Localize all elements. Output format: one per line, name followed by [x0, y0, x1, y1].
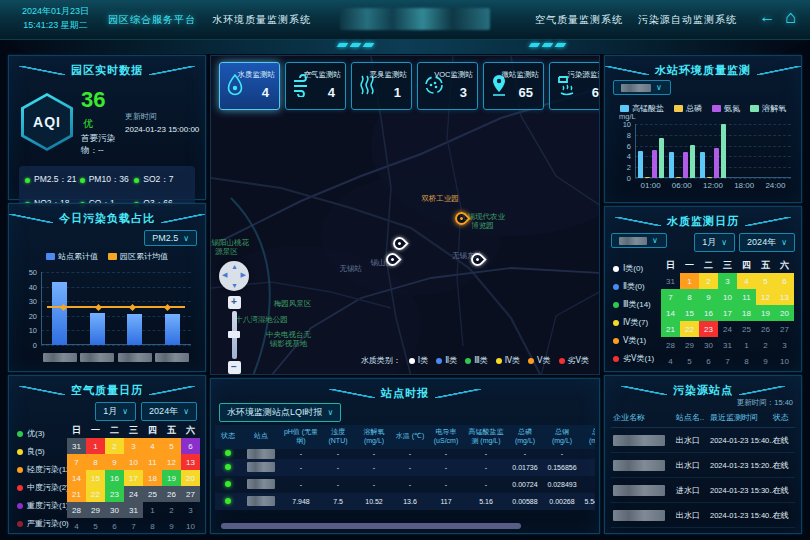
calendar-day[interactable]: 27 — [775, 321, 794, 337]
calendar-day[interactable]: 13 — [181, 454, 200, 470]
calendar-day[interactable]: 6 — [775, 273, 794, 289]
pollution-station-row[interactable]: 出水口 2024-01-23 15:40... 在线 — [611, 503, 795, 528]
calendar-day[interactable]: 7 — [124, 518, 143, 534]
station-filter-pin[interactable]: 微站监测站 65 — [483, 62, 544, 110]
calendar-day[interactable]: 6 — [105, 518, 124, 534]
pollution-station-row[interactable]: 进水口 2024-01-23 15:30... 在线 — [611, 478, 795, 503]
calendar-day[interactable]: 30 — [105, 502, 124, 518]
pollutant-selector[interactable]: PM2.5∨ — [144, 230, 197, 246]
calendar-day[interactable]: 8 — [737, 353, 756, 369]
calendar-day[interactable]: 16 — [105, 470, 124, 486]
back-icon[interactable]: ← — [759, 9, 775, 25]
station-filter-discharge[interactable]: 污染源监测 6 — [549, 62, 600, 110]
report-row[interactable]: ------0.017360.156856-- — [215, 459, 595, 476]
calendar-day[interactable]: 17 — [124, 470, 143, 486]
report-row[interactable]: ------0.007240.028493-- — [215, 476, 595, 493]
calendar-day[interactable]: 25 — [143, 486, 162, 502]
calendar-day[interactable]: 8 — [143, 518, 162, 534]
calendar-day[interactable]: 11 — [737, 289, 756, 305]
calendar-day[interactable]: 21 — [67, 486, 86, 502]
calendar-day[interactable]: 23 — [699, 321, 718, 337]
calendar-day[interactable]: 1 — [143, 502, 162, 518]
zoom-in-button[interactable]: + — [228, 296, 241, 309]
calendar-day[interactable]: 20 — [181, 470, 200, 486]
calendar-day[interactable]: 28 — [67, 502, 86, 518]
calendar-day[interactable]: 3 — [775, 337, 794, 353]
calendar-day[interactable]: 1 — [86, 438, 105, 454]
calendar-day[interactable]: 31 — [124, 502, 143, 518]
calendar-day[interactable]: 9 — [162, 518, 181, 534]
calendar-day[interactable]: 7 — [718, 353, 737, 369]
calendar-day[interactable]: 4 — [143, 438, 162, 454]
calendar-day[interactable]: 18 — [143, 470, 162, 486]
pollution-station-row[interactable]: 进水口 2024-01-23 15:40... 在线 — [611, 528, 795, 530]
calendar-day[interactable]: 3 — [181, 502, 200, 518]
calendar-day[interactable]: 12 — [162, 454, 181, 470]
calendar-day[interactable]: 6 — [181, 438, 200, 454]
map-pan-control[interactable]: ▲▼ ◀▶ — [219, 261, 249, 291]
calendar-day[interactable]: 1 — [737, 337, 756, 353]
calendar-day[interactable]: 2 — [699, 273, 718, 289]
calendar-day[interactable]: 15 — [86, 470, 105, 486]
calendar-day[interactable]: 2 — [756, 337, 775, 353]
calendar-day[interactable]: 31 — [718, 337, 737, 353]
calendar-day[interactable]: 9 — [699, 289, 718, 305]
calendar-day[interactable]: 9 — [756, 353, 775, 369]
station-filter-voc[interactable]: VOC监测站 3 — [417, 62, 478, 110]
calendar-day[interactable]: 22 — [680, 321, 699, 337]
station-filter-wind[interactable]: 空气监测站 4 — [285, 62, 346, 110]
year-selector[interactable]: 2024年∨ — [141, 402, 197, 421]
nav-air-system[interactable]: 空气质量监测系统 — [535, 13, 623, 27]
station-filter-odor[interactable]: 恶臭监测站 1 — [351, 62, 412, 110]
calendar-day[interactable]: 2 — [105, 438, 124, 454]
calendar-day[interactable]: 11 — [143, 454, 162, 470]
calendar-day[interactable]: 10 — [775, 353, 794, 369]
calendar-day[interactable]: 14 — [67, 470, 86, 486]
calendar-day[interactable]: 31 — [67, 438, 86, 454]
nav-pollution-system[interactable]: 污染源自动监测系统 — [638, 13, 737, 27]
zoom-handle[interactable] — [228, 331, 240, 338]
calendar-day[interactable]: 10 — [181, 518, 200, 534]
calendar-day[interactable]: 5 — [162, 438, 181, 454]
calendar-day[interactable]: 17 — [718, 305, 737, 321]
calendar-day[interactable]: 30 — [699, 337, 718, 353]
report-table-wrap[interactable]: 状态站点pH值 (无量纲)浊度 (NTU)溶解氧 (mg/L)水温 (℃)电导率… — [215, 425, 595, 521]
calendar-day[interactable]: 28 — [661, 337, 680, 353]
pollution-station-row[interactable]: 出水口 2024-01-23 15:40... 在线 — [611, 428, 795, 453]
calendar-day[interactable]: 24 — [718, 321, 737, 337]
calendar-day[interactable]: 27 — [181, 486, 200, 502]
nav-water-system[interactable]: 水环境质量监测系统 — [212, 13, 311, 27]
calendar-day[interactable]: 3 — [124, 438, 143, 454]
calendar-day[interactable]: 23 — [105, 486, 124, 502]
calendar-day[interactable]: 6 — [699, 353, 718, 369]
calendar-day[interactable]: 8 — [86, 454, 105, 470]
calendar-day[interactable]: 4 — [67, 518, 86, 534]
calendar-day[interactable]: 29 — [86, 502, 105, 518]
calendar-day[interactable]: 1 — [680, 273, 699, 289]
calendar-day[interactable]: 7 — [661, 289, 680, 305]
calendar-day[interactable]: 3 — [718, 273, 737, 289]
calendar-day[interactable]: 8 — [680, 289, 699, 305]
calendar-day[interactable]: 2 — [162, 502, 181, 518]
pollution-station-row[interactable]: 出水口 2024-01-23 15:20... 在线 — [611, 453, 795, 478]
report-type-selector[interactable]: 水环境监测站点LQI时报∨ — [219, 403, 341, 422]
map-zoom-slider[interactable]: + − — [227, 296, 241, 374]
calendar-day[interactable]: 24 — [124, 486, 143, 502]
report-row[interactable]: 7.9487.510.5213.61175.160.005880.002685.… — [215, 493, 595, 510]
calendar-day[interactable]: 5 — [86, 518, 105, 534]
calendar-day[interactable]: 29 — [680, 337, 699, 353]
nav-park-platform[interactable]: 园区综合服务平台 — [108, 13, 196, 27]
calendar-day[interactable]: 12 — [756, 289, 775, 305]
calendar-day[interactable]: 10 — [124, 454, 143, 470]
calendar-day[interactable]: 26 — [162, 486, 181, 502]
calendar-day[interactable]: 25 — [737, 321, 756, 337]
calendar-day[interactable]: 14 — [661, 305, 680, 321]
calendar-day[interactable]: 26 — [756, 321, 775, 337]
calendar-day[interactable]: 9 — [105, 454, 124, 470]
calendar-day[interactable]: 5 — [680, 353, 699, 369]
calendar-day[interactable]: 13 — [775, 289, 794, 305]
report-row[interactable]: ---------- — [215, 449, 595, 459]
calendar-day[interactable]: 16 — [699, 305, 718, 321]
home-icon[interactable]: ⌂ — [785, 8, 796, 26]
calendar-day[interactable]: 4 — [737, 273, 756, 289]
